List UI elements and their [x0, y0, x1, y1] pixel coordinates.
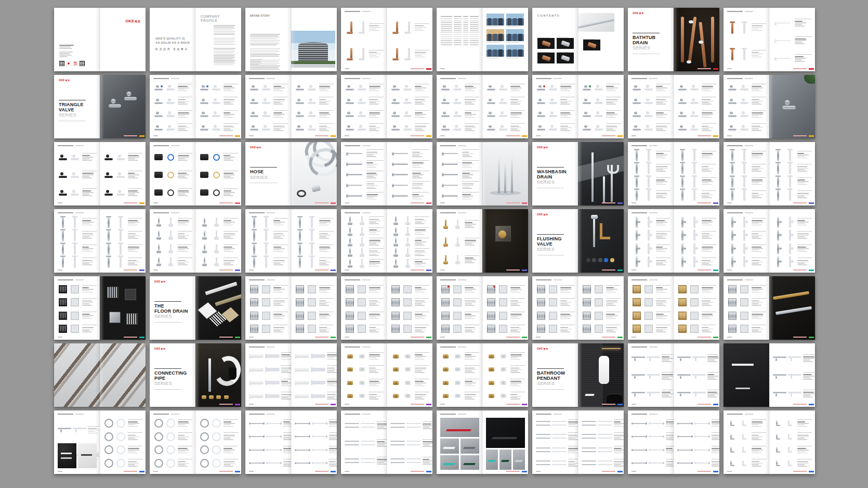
product-row [345, 149, 384, 158]
product-line-drawing [552, 447, 567, 453]
product-grid [249, 82, 288, 134]
product-line-drawing [595, 125, 603, 131]
text-line-placeholder [128, 448, 139, 449]
product-row [153, 256, 192, 268]
product-figure-cell [643, 85, 654, 91]
page-header-text-placeholder [632, 279, 647, 280]
product-text-block [606, 325, 621, 333]
product-text-block [752, 446, 767, 454]
product-figure-cell [727, 175, 738, 188]
product-text-block [178, 419, 193, 428]
product-row [390, 149, 429, 158]
product-row [632, 256, 670, 268]
product-figure-cell [552, 433, 567, 440]
product-text-block [702, 245, 717, 253]
spread-r7-c4 [341, 410, 432, 474]
product-line-drawing [71, 285, 79, 293]
text-line-placeholder [662, 361, 672, 362]
product-text-block [415, 216, 430, 225]
product-grid [295, 82, 334, 134]
product-row [153, 184, 192, 201]
text-line-placeholder [752, 450, 763, 451]
text-line-placeholder [568, 453, 578, 454]
product-text-block [273, 97, 288, 105]
photo-row [486, 418, 525, 448]
product-figure-cell [486, 394, 496, 398]
text-line-placeholder [560, 126, 568, 127]
product-line-drawing [455, 237, 460, 247]
product-row [677, 229, 716, 242]
product-text-block [606, 110, 621, 119]
text-line-placeholder [656, 102, 663, 103]
text-line-placeholder [369, 130, 379, 131]
table-cell-placeholder [454, 42, 462, 43]
text-line-placeholder [88, 433, 98, 434]
product-row [295, 216, 334, 228]
text-line-placeholder [510, 329, 522, 330]
product-text-block [128, 218, 143, 226]
text-line-placeholder [614, 450, 624, 451]
product-line-drawing [690, 98, 699, 104]
page-right [578, 142, 624, 206]
spread-r1-c5 [437, 8, 528, 71]
product-figure-cell [295, 381, 309, 384]
product-line-drawing [453, 285, 462, 293]
product-row [440, 122, 479, 134]
product-photo-figure [346, 162, 364, 166]
text-line-placeholder [273, 290, 281, 291]
text-line-placeholder [560, 287, 571, 288]
product-line-drawing [647, 392, 660, 396]
product-photo-figure [346, 298, 354, 306]
text-line-placeholder [273, 235, 285, 236]
text-line-placeholder [415, 287, 422, 288]
gasket-dot [604, 258, 608, 262]
series-color-tab [235, 471, 240, 473]
product-figure-cell [153, 419, 164, 428]
product-grid [440, 283, 479, 335]
product-row [632, 108, 670, 121]
floor-drain-photo-part [215, 293, 241, 306]
product-figure-cell [788, 392, 801, 396]
table-cell-placeholder [441, 40, 452, 41]
product-line-drawing [690, 111, 699, 117]
spread-r6-c5 [437, 343, 528, 407]
text-line-placeholder [712, 438, 719, 439]
product-text-block [465, 238, 480, 246]
product-figure-cell [677, 162, 688, 174]
text-line-placeholder [82, 263, 89, 264]
text-line-placeholder [223, 126, 233, 127]
footer-text-placeholder [411, 135, 424, 136]
product-figure-cell [249, 216, 259, 228]
product-figure-cell [165, 244, 176, 253]
product-row [103, 184, 142, 201]
product-text-block [462, 149, 479, 158]
product-photo-figure [443, 381, 449, 385]
product-photo-figure [393, 367, 399, 371]
text-line-placeholder [560, 130, 570, 131]
text-line-placeholder [702, 155, 713, 156]
product-photo-figure [633, 285, 641, 293]
product-photo-figure [250, 111, 258, 117]
product-figure-cell [643, 162, 654, 174]
product-line-drawing [403, 285, 412, 293]
text-line-placeholder [606, 126, 617, 127]
brand-story-title: BRAND STORY [250, 15, 270, 17]
text-line-placeholder [250, 52, 280, 53]
product-row [440, 323, 479, 336]
product-text-block [702, 123, 717, 132]
product-figure-cell [689, 125, 700, 131]
series-color-tab [522, 135, 527, 137]
text-line-placeholder [82, 173, 94, 174]
product-figure-cell [249, 312, 259, 320]
product-photo-figure [393, 237, 398, 247]
text-line-placeholder [702, 238, 712, 239]
text-line-placeholder [752, 181, 763, 182]
brand-logo-cjk: 欧克 [257, 146, 261, 149]
text-line-placeholder [510, 104, 520, 105]
product-photo-figure [393, 216, 398, 225]
product-figure-cell [153, 217, 164, 227]
text-line-placeholder [319, 301, 326, 302]
product-row [345, 310, 384, 322]
product-line-drawing [645, 312, 653, 320]
product-photo-figure [252, 255, 257, 268]
